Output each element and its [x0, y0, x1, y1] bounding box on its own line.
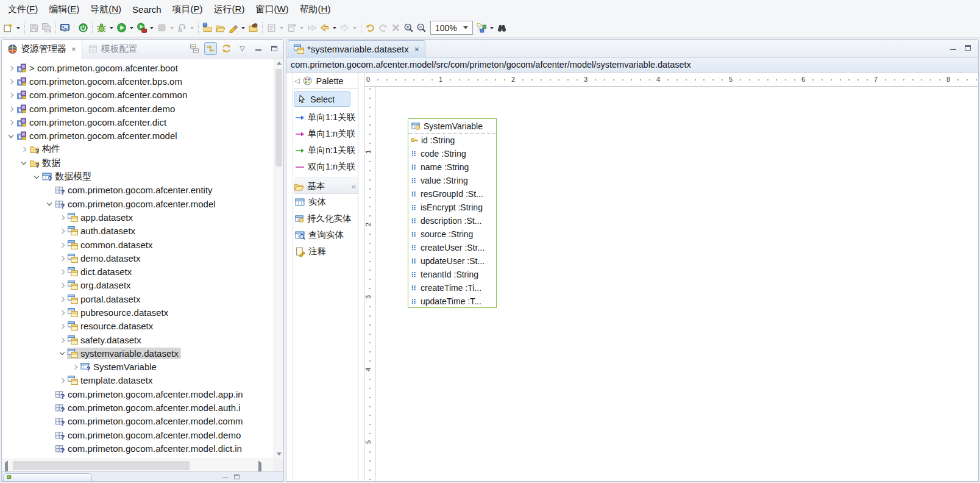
debug-button[interactable]: [95, 21, 108, 35]
tree-item-app-datasetx[interactable]: app.datasetx: [2, 210, 274, 224]
tree-item-pubresource-datasetx[interactable]: pubresource.datasetx: [2, 306, 274, 319]
tree-item-com-primeton-gocom-afcenter-demo[interactable]: com.primeton.gocom.afcenter.demo: [2, 102, 274, 115]
menu-文件[interactable]: 文件(F): [2, 1, 43, 18]
collapse-icon[interactable]: [5, 135, 16, 137]
entity-attribute-updateuser[interactable]: updateUser :St...: [408, 254, 496, 268]
horizontal-scroll-thumb[interactable]: [13, 461, 190, 470]
tree-item-数据[interactable]: ?数据: [2, 156, 274, 170]
entity-header[interactable]: SystemVariable: [408, 119, 496, 134]
close-icon[interactable]: ×: [71, 45, 76, 54]
open-console-button[interactable]: [59, 21, 71, 35]
palette-tool-实体[interactable]: 实体: [294, 194, 358, 210]
expand-icon[interactable]: [57, 229, 67, 233]
collapse-all-button[interactable]: [188, 42, 201, 55]
menu-运行[interactable]: 运行(R): [208, 1, 250, 18]
collapse-icon[interactable]: [31, 176, 41, 178]
zoom-out-button[interactable]: [415, 21, 428, 35]
run-history-button[interactable]: [135, 21, 148, 35]
minimize-icon[interactable]: [222, 474, 228, 478]
debug-dropdown-icon[interactable]: [110, 27, 113, 29]
view-minimize-button[interactable]: [252, 42, 265, 55]
tab-resource-explorer[interactable]: 资源管理器 ×: [2, 40, 82, 59]
tree-item-template-datasetx[interactable]: template.datasetx: [2, 374, 274, 387]
palette-tool-双向1-n关联[interactable]: 双向1:n关联: [294, 159, 358, 175]
entity-attribute-value[interactable]: value :String: [408, 174, 496, 187]
palette-sash[interactable]: [358, 73, 364, 481]
new-wizard-dropdown-icon[interactable]: [16, 27, 20, 29]
tree-item-构件[interactable]: ?构件: [2, 143, 274, 156]
collapse-icon[interactable]: [57, 352, 67, 354]
diagram-canvas[interactable]: SystemVariable id :Stringcode :Stringnam…: [375, 87, 978, 481]
palette-tool-查询实体[interactable]: 查询实体: [294, 227, 358, 243]
expand-icon[interactable]: [18, 147, 29, 151]
tree-item-com-primeton-gocom-afcenter-dict[interactable]: com.primeton.gocom.afcenter.dict: [2, 115, 274, 129]
zoom-in-button[interactable]: [402, 21, 415, 35]
tree-horizontal-scrollbar[interactable]: [2, 459, 274, 471]
tab-template-config[interactable]: 模板配置: [82, 40, 143, 59]
tree-item-数据模型[interactable]: ?数据模型: [2, 170, 274, 183]
toggle-mark-dropdown-icon[interactable]: [241, 27, 245, 29]
expand-icon[interactable]: [57, 243, 67, 247]
entity-attribute-source[interactable]: source :String: [408, 227, 496, 241]
maximize-icon[interactable]: [234, 474, 240, 479]
chevron-down-icon[interactable]: [463, 26, 468, 29]
zoom-level-combo[interactable]: 100%: [430, 21, 473, 35]
entity-attribute-description[interactable]: description :St...: [408, 214, 496, 227]
close-icon[interactable]: ×: [414, 45, 419, 54]
expand-icon[interactable]: [57, 270, 67, 274]
auto-layout-dropdown-icon[interactable]: [490, 27, 494, 29]
collapse-icon[interactable]: [18, 162, 29, 164]
run-history-dropdown-icon[interactable]: [150, 27, 154, 29]
entity-systemvariable[interactable]: SystemVariable id :Stringcode :Stringnam…: [408, 118, 497, 308]
expand-icon[interactable]: [5, 93, 16, 97]
expand-icon[interactable]: [57, 324, 67, 328]
new-wizard-button[interactable]: [2, 21, 15, 35]
tree-item-com-primeton-gocom-afcenter-model[interactable]: com.primeton.gocom.afcenter.model: [2, 129, 274, 142]
palette-tool-单向n-1关联[interactable]: 单向n:1关联: [294, 142, 358, 159]
expand-icon[interactable]: [69, 365, 80, 369]
tree-item-com-primeton-gocom-afcenter-model[interactable]: ?com.primeton.gocom.afcenter.model: [2, 197, 274, 210]
entity-attribute-code[interactable]: code :String: [408, 147, 496, 160]
palette-header[interactable]: ◁ Palette: [294, 73, 358, 89]
scroll-up-icon[interactable]: [274, 59, 283, 68]
load-resource-button[interactable]: [247, 21, 260, 35]
tree-item-org-datasetx[interactable]: org.datasetx: [2, 279, 274, 292]
vertical-scroll-thumb[interactable]: [275, 69, 282, 166]
palette-tool-注释[interactable]: 注释: [294, 243, 358, 260]
menu-帮助[interactable]: 帮助(H): [294, 1, 336, 18]
expand-icon[interactable]: [57, 256, 67, 260]
undo-button[interactable]: [364, 21, 377, 35]
palette-tool-select[interactable]: Select: [294, 91, 350, 107]
tree-item-systemvariable-datasetx[interactable]: systemvariable.datasetx: [2, 346, 274, 360]
tree-item-com-primeton-gocom-afcenter-bps-om[interactable]: com.primeton.gocom.afcenter.bps.om: [2, 74, 274, 88]
entity-attribute-updatetime[interactable]: updateTime :T...: [408, 295, 496, 308]
tree-item-com-primeton-gocom-afcenter-model-auth-i[interactable]: ?com.primeton.gocom.afcenter.model.auth.…: [2, 401, 274, 414]
entity-attribute-tenantid[interactable]: tenantId :String: [408, 268, 496, 281]
run-button[interactable]: [115, 21, 128, 35]
tree-item-com-primeton-gocom-afcenter-model-demo[interactable]: ?com.primeton.gocom.afcenter.model.demo: [2, 428, 274, 442]
tree-item-portal-datasetx[interactable]: portal.datasetx: [2, 292, 274, 306]
entity-attribute-createuser[interactable]: createUser :Str...: [408, 241, 496, 254]
menu-窗口[interactable]: 窗口(W): [250, 1, 294, 18]
tree-item-safety-datasetx[interactable]: safety.datasetx: [2, 333, 274, 346]
scroll-down-icon[interactable]: [274, 449, 283, 459]
tree-vertical-scrollbar[interactable]: [274, 59, 283, 459]
tree-item-dict-datasetx[interactable]: dict.datasetx: [2, 265, 274, 278]
view-maximize-button[interactable]: [268, 42, 280, 55]
expand-icon[interactable]: [57, 378, 67, 382]
menu-导航[interactable]: 导航(N): [85, 1, 127, 18]
search-button[interactable]: [495, 21, 508, 35]
expand-icon[interactable]: [57, 297, 67, 301]
minimize-icon[interactable]: [950, 46, 956, 50]
collapse-palette-icon[interactable]: ◁: [294, 77, 299, 85]
palette-tool-单向1-n关联[interactable]: 单向1:n关联: [294, 126, 358, 142]
palette-group-basic[interactable]: 基本 «: [294, 179, 358, 194]
palette-tool-持久化实体[interactable]: 持久化实体: [294, 210, 358, 227]
expand-icon[interactable]: [5, 120, 16, 124]
open-folder-button[interactable]: [214, 21, 227, 35]
expand-icon[interactable]: [57, 310, 67, 315]
expand-icon[interactable]: [5, 107, 16, 111]
entity-attribute-id[interactable]: id :String: [408, 134, 496, 147]
maximize-icon[interactable]: [965, 45, 971, 51]
boot-dashboard-button[interactable]: [77, 21, 90, 35]
